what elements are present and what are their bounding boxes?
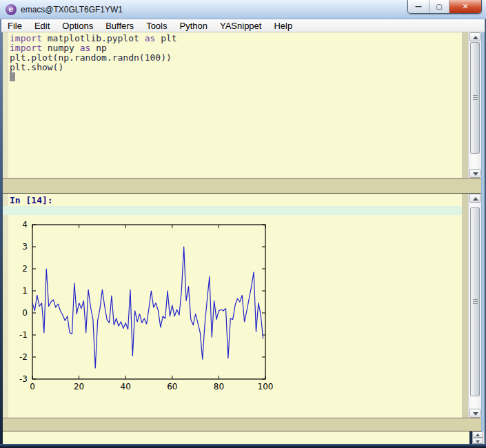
menu-item-yasnippet[interactable]: YASnippet [214, 19, 267, 32]
scrollbar-thumb[interactable] [470, 42, 480, 154]
menu-item-help[interactable]: Help [267, 19, 298, 32]
window-border-bottom [0, 444, 486, 448]
scrollbar-lower[interactable] [468, 194, 481, 418]
emacs-app-icon[interactable]: e [6, 4, 17, 15]
scroll-up-button[interactable] [472, 431, 483, 438]
code-line[interactable]: import numpy as np [8, 43, 460, 53]
mode-line-shared-output: 1\%*-*ein:shared-output*All L1(ein:so ya… [3, 418, 481, 431]
window-title: emacs@TX0GLT6GF1YW1 [21, 5, 123, 14]
menu-item-options[interactable]: Options [56, 19, 99, 32]
svg-text:4: 4 [22, 220, 28, 230]
svg-text:1: 1 [22, 286, 28, 296]
ipython-prompt: In [14]: [8, 195, 53, 205]
scroll-up-button[interactable] [469, 194, 480, 203]
scrollbar-thumb[interactable] [470, 207, 480, 396]
minimize-button[interactable]: — [408, 0, 429, 13]
right-fringe [462, 194, 468, 418]
menu-item-python[interactable]: Python [173, 19, 213, 32]
right-fringe [462, 32, 468, 178]
code-line[interactable]: import matplotlib.pyplot as plt [8, 34, 460, 43]
scroll-up-icon [473, 36, 478, 39]
code-buffer-window[interactable]: import matplotlib.pyplot as pltimport nu… [3, 32, 481, 178]
code-line[interactable]: plt.plot(np.random.randn(100)) [8, 53, 460, 63]
menu-item-tools[interactable]: Tools [140, 19, 173, 32]
scroll-up-icon [473, 197, 478, 201]
scroll-down-button[interactable] [469, 169, 480, 178]
menu-item-file[interactable]: File [1, 19, 28, 32]
scroll-down-button[interactable] [472, 438, 483, 444]
output-buffer-window[interactable]: In [14]: -3-2-101234020406080100 [3, 194, 481, 418]
window-controls: — ▢ ✕ [407, 0, 482, 14]
thumb-grip-icon [473, 95, 478, 101]
thumb-grip-icon [473, 299, 478, 305]
svg-text:2: 2 [22, 264, 28, 274]
text-cursor [10, 72, 15, 81]
scroll-down-icon [473, 172, 478, 176]
svg-text:-3: -3 [19, 374, 28, 384]
svg-text:3: 3 [22, 242, 28, 252]
scroll-down-icon [473, 412, 478, 416]
svg-text:0: 0 [22, 308, 28, 318]
scroll-down-button[interactable] [469, 409, 480, 418]
maximize-button[interactable]: ▢ [429, 0, 449, 13]
scrollbar-upper[interactable] [468, 32, 481, 178]
code-line[interactable]: plt.show() [8, 63, 460, 72]
menu-item-buffers[interactable]: Buffers [99, 19, 140, 32]
svg-text:0: 0 [30, 382, 35, 391]
cell-input-area [3, 206, 468, 215]
svg-text:-2: -2 [19, 352, 28, 362]
svg-text:100: 100 [258, 382, 274, 391]
close-button[interactable]: ✕ [449, 0, 481, 13]
svg-text:-1: -1 [19, 330, 28, 340]
left-fringe [3, 194, 8, 418]
scroll-down-icon [476, 440, 480, 443]
menu-item-edit[interactable]: Edit [28, 19, 56, 32]
mode-line-demo-py: 1\---demo.pyAll L5(Python yas ein:c AC)7… [3, 178, 481, 194]
title-bar: e emacs@TX0GLT6GF1YW1 — ▢ ✕ [0, 0, 486, 19]
code-lines[interactable]: import matplotlib.pyplot as pltimport nu… [8, 34, 460, 72]
scroll-up-button[interactable] [469, 32, 480, 41]
window-border-right [481, 19, 486, 444]
minibuffer-scrollbar[interactable] [472, 431, 484, 444]
svg-text:60: 60 [167, 382, 177, 391]
svg-text:20: 20 [74, 382, 84, 391]
menu-bar: File Edit Options Buffers Tools Python Y… [1, 19, 485, 32]
svg-text:80: 80 [214, 382, 224, 391]
matplotlib-figure: -3-2-101234020406080100 [10, 219, 279, 400]
scroll-up-icon [476, 434, 480, 436]
line-chart: -3-2-101234020406080100 [10, 219, 279, 400]
svg-text:40: 40 [121, 382, 131, 391]
minibuffer[interactable] [3, 431, 469, 444]
left-fringe [3, 32, 8, 178]
